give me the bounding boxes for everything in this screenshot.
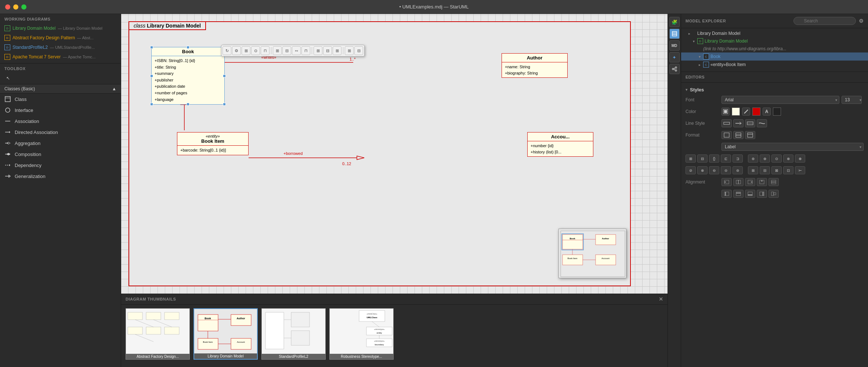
align-center-h[interactable] xyxy=(733,178,744,186)
ft-btn-unknown[interactable]: ⊓ xyxy=(261,46,270,55)
cursor-tool[interactable]: ↖ xyxy=(0,72,121,84)
tool-directed-association[interactable]: Directed Association xyxy=(0,127,121,138)
align-btn-7[interactable] xyxy=(733,190,744,198)
thumbnail-overlay[interactable]: Book Author Book Item Account xyxy=(558,229,626,278)
tool-dependency[interactable]: Dependency xyxy=(0,160,121,171)
ft-btn-dist[interactable]: ⊓ xyxy=(301,46,310,55)
fmt-btn-8[interactable]: ⊙ xyxy=(771,155,782,163)
icon-share[interactable] xyxy=(669,64,680,74)
fill-tool[interactable] xyxy=(721,108,730,116)
align-btn-6[interactable] xyxy=(721,190,732,198)
fmt-btn-19[interactable]: ⊡ xyxy=(783,166,793,174)
diagram-item-tomcat[interactable]: D Apache Tomcat 7 Server — Apache Tomc..… xyxy=(0,52,121,62)
ft-btn-col-2[interactable]: ⊟ xyxy=(323,46,332,55)
uml-canvas[interactable]: classLibrary Domain Model «writes» 1..* xyxy=(121,14,668,294)
fmt-btn-12[interactable]: ⊗ xyxy=(697,166,708,174)
tree-item-book[interactable]: ▾ C Book xyxy=(681,52,868,61)
icon-layers[interactable] xyxy=(669,29,680,39)
tool-interface[interactable]: Interface xyxy=(0,105,121,116)
canvas-area[interactable]: classLibrary Domain Model «writes» 1..* xyxy=(121,14,668,294)
tool-association[interactable]: Association xyxy=(0,116,121,127)
font-select[interactable]: Arial Helvetica Times New Roman Courier xyxy=(721,96,839,104)
tool-class[interactable]: Class xyxy=(0,94,121,105)
bookitem-class[interactable]: «entity» Book Item +barcode: String[0..1… xyxy=(177,132,249,155)
tool-composition[interactable]: Composition xyxy=(0,149,121,160)
fmt-btn-10[interactable]: ⊕ xyxy=(795,155,805,163)
fmt-btn-20[interactable]: ⊢ xyxy=(795,166,805,174)
ft-btn-link[interactable]: ⊙ xyxy=(251,46,260,55)
gear-button[interactable]: ⚙ xyxy=(859,18,864,24)
fmt-btn-18[interactable]: ⊠ xyxy=(771,166,782,174)
ft-btn-col-1[interactable]: ⊞ xyxy=(314,46,322,55)
align-btn-10[interactable] xyxy=(768,190,779,198)
fmt-btn-16[interactable]: ⊞ xyxy=(748,166,758,174)
fmt-btn-7[interactable]: ⊛ xyxy=(760,155,770,163)
stroke-tool[interactable] xyxy=(742,108,750,116)
font-color-swatch[interactable] xyxy=(773,108,781,116)
fmt-btn-14[interactable]: ⊝ xyxy=(721,166,731,174)
label-select[interactable]: Label None Name Value xyxy=(721,143,864,151)
ft-btn-expand[interactable]: ⊞ xyxy=(242,46,250,55)
tree-item-root[interactable]: ▸ Library Domain Model xyxy=(681,30,868,37)
fmt-btn-9[interactable]: ⊗ xyxy=(783,155,793,163)
fmt-btn-5[interactable]: ⊐ xyxy=(733,155,743,163)
ft-btn-col-3[interactable]: ⊞ xyxy=(333,46,341,55)
thumb-standard[interactable]: StandardProfileL2 xyxy=(261,308,326,360)
align-btn-9[interactable] xyxy=(757,190,767,198)
tree-item-diagram[interactable]: ▾ D Library Domain Model xyxy=(681,37,868,45)
format-btn-2[interactable] xyxy=(733,131,744,139)
thumb-abstract-factory[interactable]: Abstract Factory Design... xyxy=(126,308,190,360)
search-input[interactable] xyxy=(793,17,856,25)
ft-btn-settings[interactable]: ⚙ xyxy=(232,46,241,55)
styles-toggle[interactable]: ▾ Styles xyxy=(681,86,868,94)
fmt-btn-expand-h[interactable]: ⊞ xyxy=(686,155,696,163)
ft-btn-align-center[interactable]: ⊟ xyxy=(282,46,291,55)
align-left[interactable] xyxy=(721,178,732,186)
author-class[interactable]: Author +name: String +biography: String xyxy=(502,53,568,78)
tree-item-link[interactable]: ▾ (link to http://www.uml-diagrams.org/l… xyxy=(681,45,868,52)
align-middle[interactable] xyxy=(768,178,779,186)
fmt-btn-bracket[interactable]: {} xyxy=(709,155,719,163)
ft-btn-align-left[interactable]: ⊞ xyxy=(273,46,282,55)
handle-br[interactable] xyxy=(223,103,226,106)
format-btn-1[interactable] xyxy=(721,131,732,139)
account-class[interactable]: Accou... +number {id} +history (list) [0… xyxy=(527,132,593,157)
handle-bm[interactable] xyxy=(187,103,189,106)
fill-color-swatch[interactable] xyxy=(732,108,740,116)
maximize-button[interactable] xyxy=(21,4,26,10)
thumb-library[interactable]: Book Author Book Item Account Library Do… xyxy=(194,308,258,360)
handle-tl[interactable] xyxy=(150,46,153,49)
tool-aggregation[interactable]: Aggregation xyxy=(0,138,121,149)
align-btn-8[interactable] xyxy=(745,190,755,198)
fmt-btn-17[interactable]: ⊟ xyxy=(760,166,770,174)
fmt-btn-11[interactable]: ⊘ xyxy=(686,166,696,174)
ft-btn-format-2[interactable]: ⊟ xyxy=(354,46,363,55)
line-style-4[interactable] xyxy=(757,119,767,127)
toolbox-section-classes[interactable]: Classes (Basic) ▲ xyxy=(0,84,121,94)
handle-ml[interactable] xyxy=(150,75,153,77)
line-style-2[interactable] xyxy=(733,119,744,127)
ft-btn-format-1[interactable]: ⊞ xyxy=(345,46,354,55)
align-right[interactable] xyxy=(745,178,755,186)
diagram-item-factory[interactable]: D Abstract Factory Design Pattern — Abst… xyxy=(0,33,121,43)
minimize-button[interactable] xyxy=(13,4,18,10)
align-top[interactable] xyxy=(757,178,767,186)
stroke-color-swatch[interactable] xyxy=(752,108,760,116)
icon-md[interactable]: MD xyxy=(669,40,680,51)
icon-puzzle[interactable]: 🧩 xyxy=(669,17,680,27)
fmt-btn-collapse-h[interactable]: ⊟ xyxy=(697,155,708,163)
icon-cursor-blue[interactable]: ✦ xyxy=(669,52,680,62)
selected-book-class[interactable]: Book +ISBN: String[0..1] {id} +title: St… xyxy=(151,47,225,105)
ft-btn-align-right[interactable]: ∾ xyxy=(292,46,301,55)
fmt-btn-13[interactable]: ⊖ xyxy=(709,166,719,174)
diagram-item-library[interactable]: D Library Domain Model — Library Domain … xyxy=(0,23,121,33)
fmt-btn-angle[interactable]: ⊏ xyxy=(721,155,731,163)
ft-btn-rotate[interactable]: ↻ xyxy=(223,46,231,55)
fmt-btn-15[interactable]: ⊜ xyxy=(733,166,743,174)
fmt-btn-6[interactable]: ⊚ xyxy=(748,155,758,163)
handle-mr[interactable] xyxy=(223,75,226,77)
font-color-tool[interactable]: A xyxy=(763,108,771,116)
thumbnails-close-button[interactable]: ✕ xyxy=(659,296,663,302)
line-style-1[interactable] xyxy=(721,119,732,127)
close-button[interactable] xyxy=(5,4,10,10)
